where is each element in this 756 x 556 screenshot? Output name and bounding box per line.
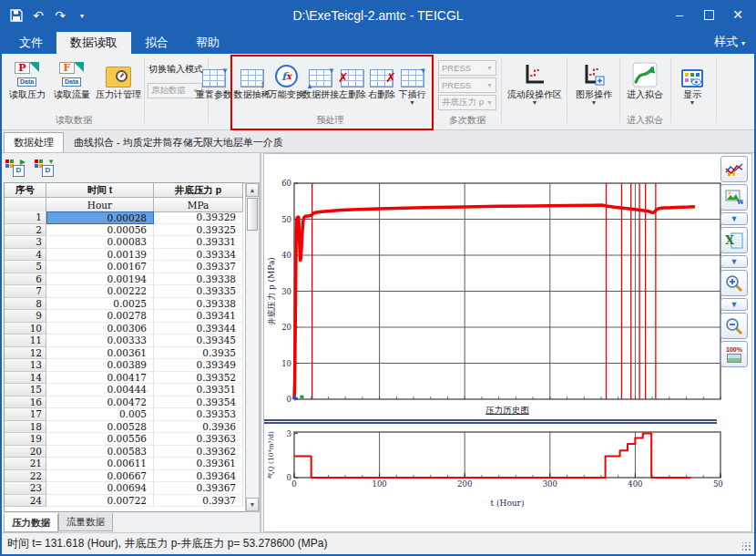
press-combobox-1[interactable]: PRESS▼: [438, 60, 496, 76]
table-cell[interactable]: 0.00083: [46, 236, 154, 249]
read-flow-button[interactable]: FData 读取流量: [50, 57, 94, 110]
press-combobox-2[interactable]: PRESS▼: [438, 77, 496, 93]
table-cell[interactable]: 0.00444: [46, 384, 154, 396]
table-cell[interactable]: 0.00389: [46, 359, 154, 372]
table-cell[interactable]: 0.39351: [154, 384, 243, 396]
save-icon[interactable]: [9, 8, 24, 23]
table-cell[interactable]: 0.39354: [154, 396, 243, 409]
table-row[interactable]: 180.005280.3936: [5, 421, 245, 434]
data-splice-button[interactable]: ▼▲ 数据拼接: [303, 57, 338, 110]
table-cell[interactable]: 0.00583: [46, 446, 154, 458]
scroll-up-icon[interactable]: ▲: [246, 183, 259, 197]
table-row[interactable]: 140.004170.39352: [5, 372, 245, 385]
table-cell[interactable]: 0.39352: [154, 372, 243, 385]
table-cell[interactable]: 0.00194: [46, 273, 154, 286]
table-row[interactable]: 240.007220.3937: [5, 495, 245, 508]
undo-icon[interactable]: ↶: [31, 8, 46, 23]
flow-section-ops-button[interactable]: 流动段操作区 ▼: [505, 57, 565, 110]
tab-data-processing[interactable]: 数据处理: [4, 132, 64, 152]
table-cell[interactable]: 0.00722: [46, 495, 154, 508]
word-options-dropdown[interactable]: ▼: [720, 212, 748, 225]
table-row[interactable]: 30.000830.39331: [5, 236, 245, 249]
zoom-in-button[interactable]: [720, 270, 748, 296]
qat-dropdown-icon[interactable]: ▾: [75, 8, 89, 23]
gauge-manage-button[interactable]: 压力计管理: [95, 57, 142, 110]
table-cell[interactable]: 0.39338: [154, 273, 243, 286]
table-row[interactable]: 60.001940.39338: [5, 273, 245, 286]
table-cell[interactable]: 0.00028: [46, 211, 154, 224]
tab-curve-fitting[interactable]: 曲线拟合 - 均质定井筒存储无限大地层单一介质: [64, 132, 293, 152]
table-row[interactable]: 230.006940.39367: [5, 482, 245, 495]
table-cell[interactable]: 0.00167: [46, 261, 154, 273]
row-number[interactable]: 17: [5, 408, 46, 421]
display-button[interactable]: 显示 ▼: [674, 57, 710, 110]
redo-icon[interactable]: ↷: [53, 8, 67, 23]
row-number[interactable]: 23: [5, 482, 46, 495]
table-row[interactable]: 90.002780.39341: [5, 310, 245, 323]
table-cell[interactable]: 0.00333: [46, 335, 154, 347]
resize-grip[interactable]: [742, 542, 751, 551]
rate-history-chart[interactable]: 030100200300400500气Q (10⁴m³/d)t (Hour): [266, 425, 723, 509]
row-number[interactable]: 18: [5, 421, 46, 434]
table-cell[interactable]: 0.00472: [46, 396, 154, 409]
zoom-options-dropdown[interactable]: ▼: [720, 298, 748, 311]
table-cell[interactable]: 0.39364: [154, 470, 243, 483]
pressure-channel-combobox[interactable]: 井底压力 p▼: [438, 95, 496, 110]
row-number[interactable]: 24: [5, 495, 46, 508]
table-cell[interactable]: 0.00139: [46, 249, 154, 262]
raw-data-combobox[interactable]: 原始数据▼: [148, 83, 202, 98]
close-button[interactable]: ✕: [723, 2, 752, 27]
table-cell[interactable]: 0.00611: [46, 458, 154, 470]
table-scrollbar[interactable]: ▲ ▼: [245, 182, 260, 512]
table-cell[interactable]: 0.39337: [154, 261, 243, 273]
row-number[interactable]: 14: [5, 372, 46, 385]
scroll-down-icon[interactable]: ▼: [246, 498, 259, 511]
chart-splitter[interactable]: [264, 419, 717, 424]
table-row[interactable]: 110.003330.39345: [5, 335, 245, 347]
table-cell[interactable]: 0.00694: [46, 482, 154, 495]
table-row[interactable]: 80.00250.39338: [5, 298, 245, 311]
table-row[interactable]: 160.004720.39354: [5, 396, 245, 409]
table-cell[interactable]: 0.39363: [154, 433, 243, 446]
table-row[interactable]: 20.000560.39325: [5, 224, 245, 237]
table-cell[interactable]: 0.3937: [154, 495, 243, 508]
universal-transform-button[interactable]: fx 万能变换: [270, 57, 303, 110]
column-header-time[interactable]: 时间 t: [46, 183, 154, 198]
data-filter-icon[interactable]: ▼D: [35, 159, 55, 177]
row-number[interactable]: 16: [5, 396, 46, 409]
tab-fit[interactable]: 拟合: [131, 32, 182, 54]
enter-fitting-button[interactable]: 进入拟合: [623, 57, 667, 110]
excel-options-dropdown[interactable]: ▼: [720, 255, 748, 268]
read-pressure-button[interactable]: PData 读取压力: [5, 57, 49, 110]
table-row[interactable]: 220.006670.39364: [5, 470, 245, 483]
table-cell[interactable]: 0.39335: [154, 285, 243, 298]
table-cell[interactable]: 0.39334: [154, 249, 243, 262]
table-cell[interactable]: 0.39367: [154, 482, 243, 495]
row-number[interactable]: 19: [5, 433, 46, 446]
switch-input-mode-button[interactable]: 切换输入模式: [148, 63, 204, 76]
table-cell[interactable]: 0.00278: [46, 310, 154, 323]
table-row[interactable]: 170.0050.39353: [5, 408, 245, 421]
column-header-index[interactable]: 序号: [5, 183, 46, 198]
table-cell[interactable]: 0.00361: [46, 347, 154, 360]
table-row[interactable]: 100.003060.39344: [5, 323, 245, 335]
table-cell[interactable]: 0.3935: [154, 347, 243, 360]
table-cell[interactable]: 0.005: [46, 408, 154, 421]
row-number[interactable]: 7: [5, 285, 46, 298]
table-row[interactable]: 40.001390.39334: [5, 249, 245, 262]
maximize-button[interactable]: [694, 2, 723, 27]
row-number[interactable]: 20: [5, 446, 46, 458]
style-menu-button[interactable]: 样式 ▾: [714, 34, 745, 50]
row-number[interactable]: 12: [5, 347, 46, 360]
row-number[interactable]: 15: [5, 384, 46, 396]
zoom-100-button[interactable]: 100%: [720, 341, 748, 367]
scrollbar-thumb[interactable]: [247, 198, 258, 231]
graph-ops-button[interactable]: 图形操作 ▼: [570, 57, 618, 110]
table-row[interactable]: 10.000280.39329: [5, 211, 245, 224]
column-header-pressure[interactable]: 井底压力 p: [154, 183, 243, 198]
table-row[interactable]: 150.004440.39351: [5, 384, 245, 396]
row-number[interactable]: 2: [5, 224, 46, 237]
row-number[interactable]: 11: [5, 335, 46, 347]
chart-settings-button[interactable]: [720, 156, 748, 182]
export-excel-button[interactable]: X: [720, 227, 748, 253]
